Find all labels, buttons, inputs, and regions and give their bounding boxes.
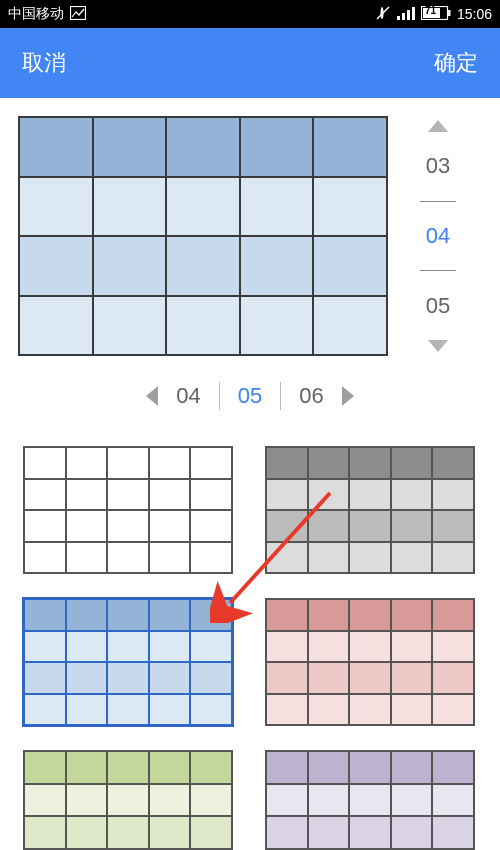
swatch-cell — [432, 447, 474, 479]
svg-rect-3 — [402, 13, 405, 20]
swatch-cell — [107, 510, 149, 542]
swatch-cell — [349, 510, 391, 542]
swatch-cell — [391, 816, 433, 849]
row-picker-current[interactable]: 04 — [426, 219, 450, 253]
swatch-cell — [107, 599, 149, 631]
swatch-cell — [190, 816, 232, 849]
divider — [219, 382, 220, 410]
swatch-cell — [308, 542, 350, 574]
swatch-cell — [432, 542, 474, 574]
swatch-cell — [190, 447, 232, 479]
preview-cell — [93, 236, 167, 296]
swatch-cell — [190, 694, 232, 726]
preview-cell — [19, 177, 93, 237]
swatch-cell — [266, 631, 308, 663]
swatch-cell — [149, 479, 191, 511]
swatch-cell — [66, 479, 108, 511]
swatch-cell — [149, 784, 191, 817]
chevron-up-icon[interactable] — [428, 120, 448, 132]
swatch-cell — [266, 816, 308, 849]
swatch-cell — [432, 784, 474, 817]
swatch-cell — [24, 479, 66, 511]
swatch-cell — [190, 542, 232, 574]
row-picker-prev[interactable]: 03 — [426, 149, 450, 183]
theme-swatch-red[interactable] — [265, 598, 475, 726]
theme-swatch-blue[interactable] — [23, 598, 233, 726]
preview-cell — [19, 236, 93, 296]
swatch-cell — [349, 751, 391, 784]
swatch-cell — [24, 447, 66, 479]
theme-swatch-white[interactable] — [23, 446, 233, 574]
swatch-cell — [149, 510, 191, 542]
swatch-cell — [190, 599, 232, 631]
swatch-cell — [266, 694, 308, 726]
preview-cell — [313, 236, 387, 296]
swatch-cell — [308, 816, 350, 849]
divider — [420, 270, 456, 271]
carrier-label: 中国移动 — [8, 5, 64, 23]
swatch-cell — [391, 694, 433, 726]
swatch-cell — [107, 694, 149, 726]
confirm-button[interactable]: 确定 — [434, 48, 478, 78]
swatch-cell — [24, 599, 66, 631]
swatch-cell — [432, 816, 474, 849]
preview-cell — [240, 117, 314, 177]
swatch-cell — [391, 599, 433, 631]
swatch-cell — [308, 510, 350, 542]
col-picker-prev[interactable]: 04 — [176, 383, 200, 409]
swatch-cell — [266, 599, 308, 631]
swatch-cell — [149, 631, 191, 663]
col-picker-current[interactable]: 05 — [238, 383, 262, 409]
swatch-cell — [266, 479, 308, 511]
swatch-cell — [308, 694, 350, 726]
cancel-button[interactable]: 取消 — [22, 48, 66, 78]
chevron-left-icon[interactable] — [146, 386, 158, 406]
row-picker-next[interactable]: 05 — [426, 289, 450, 323]
preview-cell — [240, 236, 314, 296]
swatch-cell — [266, 662, 308, 694]
preview-cell — [166, 177, 240, 237]
chevron-right-icon[interactable] — [342, 386, 354, 406]
status-right: 71 15:06 — [375, 5, 492, 24]
swatch-cell — [308, 599, 350, 631]
swatch-cell — [266, 510, 308, 542]
table-preview — [18, 116, 388, 356]
swatch-cell — [107, 542, 149, 574]
swatch-cell — [149, 751, 191, 784]
svg-rect-2 — [397, 16, 400, 20]
theme-swatch-green[interactable] — [23, 750, 233, 850]
swatch-cell — [149, 542, 191, 574]
swatch-cell — [349, 816, 391, 849]
swatch-cell — [266, 447, 308, 479]
theme-palette — [18, 416, 482, 850]
preview-cell — [93, 117, 167, 177]
swatch-cell — [349, 447, 391, 479]
swatch-cell — [66, 542, 108, 574]
col-picker-next[interactable]: 06 — [299, 383, 323, 409]
swatch-cell — [308, 784, 350, 817]
swatch-cell — [266, 542, 308, 574]
swatch-cell — [107, 751, 149, 784]
swatch-cell — [24, 784, 66, 817]
swatch-cell — [190, 479, 232, 511]
svg-rect-0 — [71, 6, 86, 19]
theme-swatch-gray[interactable] — [265, 446, 475, 574]
swatch-cell — [349, 662, 391, 694]
preview-cell — [313, 296, 387, 356]
chevron-down-icon[interactable] — [428, 340, 448, 352]
preview-cell — [166, 117, 240, 177]
row-count-picker[interactable]: 03 04 05 — [408, 116, 468, 356]
swatch-cell — [391, 542, 433, 574]
preview-cell — [313, 117, 387, 177]
swatch-cell — [391, 751, 433, 784]
col-count-picker[interactable]: 04 05 06 — [18, 376, 482, 416]
theme-swatch-purple[interactable] — [265, 750, 475, 850]
swatch-cell — [66, 447, 108, 479]
swatch-cell — [308, 447, 350, 479]
swatch-cell — [24, 694, 66, 726]
status-left: 中国移动 — [8, 5, 86, 23]
swatch-cell — [107, 816, 149, 849]
preview-cell — [19, 117, 93, 177]
svg-rect-5 — [412, 7, 415, 20]
swatch-cell — [308, 662, 350, 694]
